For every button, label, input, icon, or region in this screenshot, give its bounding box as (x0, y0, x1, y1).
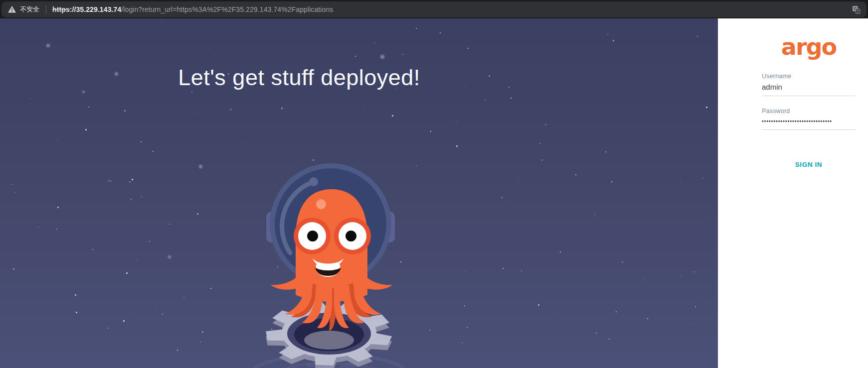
address-bar[interactable]: 不安全 https://35.229.143.74/login?return_u… (1, 1, 867, 17)
svg-text:文: 文 (856, 9, 860, 13)
gear-platform (304, 331, 354, 350)
argo-mascot (224, 145, 439, 368)
hero-background: Let's get stuff deployed! (0, 18, 718, 368)
login-panel: argo Username Password SIGN IN (718, 18, 868, 368)
security-chip[interactable]: 不安全 (7, 5, 39, 14)
password-input[interactable] (762, 115, 856, 130)
browser-chrome: 不安全 https://35.229.143.74/login?return_u… (0, 0, 868, 18)
pupil-right (346, 231, 356, 242)
hero-heading: Let's get stuff deployed! (0, 65, 598, 91)
chip-separator (46, 5, 46, 14)
password-label: Password (762, 108, 856, 115)
url-text[interactable]: https://35.229.143.74/login?return_url=h… (52, 5, 333, 13)
url-path: /login?return_url=https%3A%2F%2F35.229.1… (121, 5, 333, 13)
helmet-highlight-dot (309, 177, 318, 186)
username-field-group: Username (762, 73, 856, 96)
argo-logo: argo (762, 33, 856, 60)
url-host: ://35.229.143.74 (70, 5, 122, 13)
username-input[interactable] (762, 80, 856, 96)
head-highlight (316, 199, 326, 209)
warning-icon (7, 5, 16, 13)
pupil-left (307, 231, 318, 242)
sign-in-button[interactable]: SIGN IN (795, 161, 822, 168)
username-label: Username (762, 73, 856, 80)
translate-icon[interactable]: G 文 (852, 5, 861, 14)
url-scheme: https (52, 5, 70, 13)
password-field-group: Password (762, 108, 856, 130)
security-label: 不安全 (20, 5, 39, 14)
